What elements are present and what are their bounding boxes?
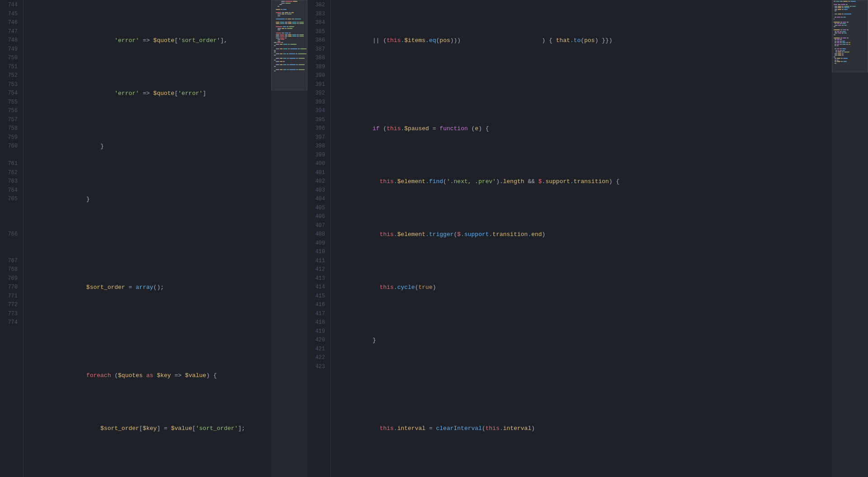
left-line-numbers: 744 745 746 747 748 749 750 751 752 753 …	[0, 0, 24, 477]
code-line	[30, 327, 271, 336]
code-line: }	[30, 133, 271, 160]
right-minimap	[832, 0, 868, 477]
code-line: $sort_order = array();	[30, 274, 271, 301]
code-line: || (this.$items.eq(pos))) ) { that.to(po…	[337, 28, 832, 54]
left-panel: 744 745 746 747 748 749 750 751 752 753 …	[0, 0, 271, 477]
code-line	[337, 80, 832, 90]
minimap-content-right	[832, 0, 868, 477]
editor-container: 744 745 746 747 748 749 750 751 752 753 …	[0, 0, 868, 477]
code-line	[337, 468, 832, 477]
code-line: }	[30, 468, 271, 477]
right-line-numbers: 382 383 384 385 386 387 388 389 390 391 …	[307, 0, 331, 477]
code-line: foreach ($quotes as $key => $value) {	[30, 363, 271, 389]
code-line: $sort_order[$key] = $value['sort_order']…	[30, 416, 271, 442]
minimap-content-left	[271, 0, 307, 477]
code-line: 'error' => $quote['error']	[30, 80, 271, 107]
right-code-content: || (this.$items.eq(pos))) ) { that.to(po…	[331, 0, 832, 477]
code-line	[30, 239, 271, 248]
code-line: this.$element.find('.next, .prev').lengt…	[337, 169, 832, 195]
center-minimap	[271, 0, 307, 477]
left-code-content: 'error' => $quote['sort_order'], 'error'…	[24, 0, 271, 477]
code-line	[337, 380, 832, 389]
code-line: 'error' => $quote['sort_order'],	[30, 28, 271, 54]
code-line: this.cycle(true)	[337, 274, 832, 301]
code-line: }	[337, 327, 832, 354]
code-line: if (this.$paused = function (e) {	[337, 116, 832, 142]
code-line: this.interval = clearInterval(this.inter…	[337, 416, 832, 442]
right-panel: 382 383 384 385 386 387 388 389 390 391 …	[307, 0, 832, 477]
code-line: this.$element.trigger($.support.transiti…	[337, 222, 832, 248]
code-line: }	[30, 186, 271, 213]
